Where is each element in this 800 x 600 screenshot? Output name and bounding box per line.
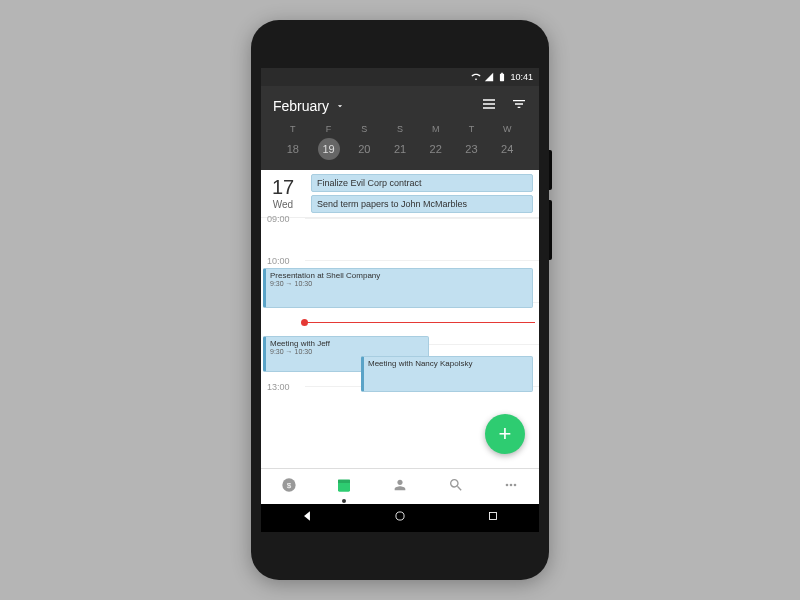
status-bar: 10:41 [261,68,539,86]
hour-label: 13:00 [267,382,290,392]
timed-event[interactable]: Presentation at Shell Company9:30 → 10:3… [263,268,533,308]
day-number: 19 [318,138,340,160]
add-event-fab[interactable]: + [485,414,525,454]
dow-label: T [290,124,296,134]
person-icon [392,477,408,493]
day-number: 20 [353,138,375,160]
tab-profile[interactable] [392,477,408,497]
date-column: 17 Wed [261,170,305,217]
day-number: 24 [496,138,518,160]
week-day[interactable]: S20 [346,124,382,160]
week-day[interactable]: F19 [311,124,347,160]
status-time: 10:41 [510,72,533,82]
tab-more[interactable] [503,477,519,497]
svg-rect-3 [338,479,350,482]
dow-label: M [432,124,440,134]
tab-search[interactable] [448,477,464,497]
week-day[interactable]: W24 [489,124,525,160]
list-icon [481,96,497,112]
wifi-icon [471,72,481,82]
week-day[interactable]: S21 [382,124,418,160]
svg-point-4 [506,483,509,486]
timed-event[interactable]: Meeting with Nancy Kapolsky [361,356,533,392]
svg-point-5 [510,483,513,486]
search-icon [448,477,464,493]
dow-label: F [326,124,332,134]
dow-label: S [397,124,403,134]
tab-money[interactable]: $ [281,477,297,497]
nav-back[interactable] [300,509,314,527]
day-name: Wed [261,199,305,210]
nav-recent[interactable] [486,509,500,527]
chevron-down-icon [335,101,345,111]
day-number: 18 [282,138,304,160]
week-strip: T18F19S20S21M22T23W24 [273,124,527,166]
filter-icon [511,96,527,112]
day-number: 21 [389,138,411,160]
week-day[interactable]: M22 [418,124,454,160]
event-title: Presentation at Shell Company [270,271,528,280]
app-bar: February T18F19S20S21M22T23W24 [261,86,539,170]
event-time: 9:30 → 10:30 [270,348,424,355]
month-label: February [273,98,329,114]
nav-home[interactable] [393,509,407,527]
signal-icon [484,72,494,82]
dow-label: T [469,124,475,134]
phone-side-button [549,150,552,190]
phone-frame: 10:41 February T18F19S20S21M22T23W24 [251,20,549,580]
day-number: 17 [261,176,305,199]
dow-label: S [361,124,367,134]
hour-row: 09:00 [305,218,539,260]
week-day[interactable]: T23 [454,124,490,160]
tab-calendar[interactable] [336,477,352,497]
money-icon: $ [281,477,297,493]
battery-icon [497,72,507,82]
svg-point-6 [514,483,517,486]
more-icon [503,477,519,493]
dow-label: W [503,124,512,134]
day-number: 22 [425,138,447,160]
day-number: 23 [460,138,482,160]
event-title: Meeting with Jeff [270,339,424,348]
bottom-tabs: $ [261,468,539,504]
filter-button[interactable] [511,96,527,116]
android-nav-bar [261,504,539,532]
phone-side-button [549,200,552,260]
calendar-icon [336,477,352,493]
allday-section: 17 Wed Finalize Evil Corp contractSend t… [261,170,539,218]
hour-label: 10:00 [267,256,290,266]
month-picker[interactable]: February [273,98,345,114]
event-time: 9:30 → 10:30 [270,280,528,287]
plus-icon: + [499,421,512,447]
list-view-button[interactable] [481,96,497,116]
week-day[interactable]: T18 [275,124,311,160]
allday-event[interactable]: Send term papers to John McMarbles [311,195,533,213]
event-title: Meeting with Nancy Kapolsky [368,359,528,368]
svg-point-7 [396,512,404,520]
svg-text:$: $ [287,480,292,489]
svg-rect-8 [489,513,496,520]
screen: 10:41 February T18F19S20S21M22T23W24 [261,68,539,532]
hour-label: 09:00 [267,214,290,224]
calendar-content: 17 Wed Finalize Evil Corp contractSend t… [261,170,539,468]
allday-event[interactable]: Finalize Evil Corp contract [311,174,533,192]
